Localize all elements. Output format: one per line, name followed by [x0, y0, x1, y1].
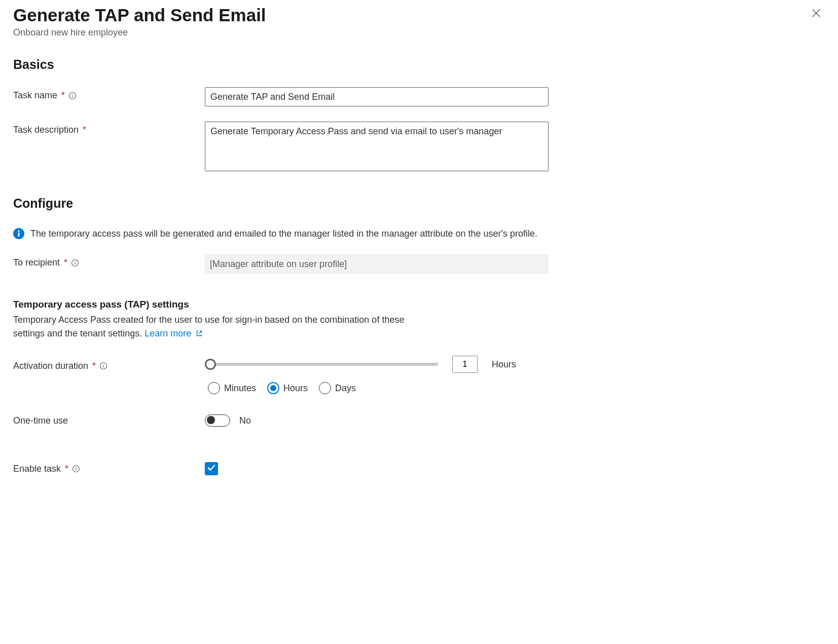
- learn-more-label: Learn more: [144, 328, 191, 338]
- tap-settings-helper: Temporary Access Pass created for the us…: [13, 313, 414, 340]
- page-title: Generate TAP and Send Email: [13, 5, 266, 25]
- activation-duration-unit-display: Hours: [492, 359, 516, 370]
- tap-settings-heading: Temporary access pass (TAP) settings: [13, 299, 825, 310]
- svg-point-15: [76, 467, 76, 467]
- one-time-use-toggle[interactable]: [205, 414, 230, 427]
- activation-duration-value-input[interactable]: [452, 356, 478, 373]
- close-icon: [811, 6, 822, 22]
- one-time-use-value: No: [239, 415, 251, 426]
- info-banner-text: The temporary access pass will be genera…: [30, 229, 537, 239]
- learn-more-link[interactable]: Learn more: [144, 328, 203, 338]
- duration-unit-radio-group: Minutes Hours Days: [205, 382, 356, 394]
- radio-hours-label: Hours: [283, 383, 308, 394]
- task-description-label: Task description *: [13, 122, 205, 135]
- tap-settings-helper-text: Temporary Access Pass created for the us…: [13, 315, 404, 338]
- svg-point-12: [103, 364, 103, 364]
- one-time-use-label: One-time use: [13, 415, 205, 426]
- required-asterisk: *: [64, 257, 67, 268]
- basics-heading: Basics: [13, 57, 825, 72]
- radio-minutes[interactable]: Minutes: [208, 382, 256, 394]
- required-asterisk: *: [61, 90, 65, 101]
- close-button[interactable]: [808, 5, 825, 23]
- configure-heading: Configure: [13, 196, 825, 211]
- page-subtitle: Onboard new hire employee: [13, 27, 266, 38]
- one-time-use-label-text: One-time use: [13, 415, 68, 426]
- radio-inner: [270, 385, 276, 391]
- to-recipient-label-text: To recipient: [13, 257, 60, 268]
- radio-minutes-label: Minutes: [224, 383, 256, 394]
- radio-days[interactable]: Days: [319, 382, 356, 394]
- info-banner: The temporary access pass will be genera…: [13, 228, 825, 239]
- svg-point-9: [75, 261, 75, 261]
- task-description-label-text: Task description: [13, 125, 79, 135]
- enable-task-label: Enable task *: [13, 464, 205, 474]
- slider-thumb[interactable]: [205, 359, 216, 370]
- radio-days-label: Days: [335, 383, 356, 394]
- required-asterisk: *: [83, 125, 86, 135]
- info-icon[interactable]: [71, 464, 81, 473]
- radio-hours[interactable]: Hours: [267, 382, 308, 394]
- to-recipient-readonly: [Manager attribute on user profile]: [205, 254, 549, 274]
- info-icon[interactable]: [68, 91, 77, 100]
- svg-point-6: [18, 231, 19, 232]
- to-recipient-label: To recipient *: [13, 254, 205, 268]
- external-link-icon: [194, 328, 203, 338]
- svg-point-3: [72, 94, 72, 94]
- info-icon[interactable]: [70, 258, 80, 268]
- task-description-input[interactable]: Generate Temporary Access Pass and send …: [205, 122, 549, 171]
- info-icon: [13, 228, 24, 239]
- svg-rect-7: [18, 233, 20, 237]
- checkmark-icon: [207, 463, 216, 475]
- enable-task-label-text: Enable task: [13, 464, 61, 474]
- required-asterisk: *: [65, 464, 68, 474]
- radio-outer: [267, 382, 279, 394]
- slider-track: [210, 363, 438, 366]
- info-icon[interactable]: [99, 361, 108, 370]
- toggle-knob: [207, 416, 215, 424]
- radio-outer: [319, 382, 331, 394]
- enable-task-checkbox[interactable]: [205, 462, 218, 475]
- activation-duration-slider[interactable]: [205, 359, 438, 370]
- activation-duration-label: Activation duration *: [13, 358, 205, 371]
- task-name-label: Task name *: [13, 87, 205, 101]
- activation-duration-label-text: Activation duration: [13, 361, 88, 371]
- required-asterisk: *: [92, 361, 96, 371]
- task-name-label-text: Task name: [13, 90, 57, 101]
- task-name-input[interactable]: [205, 87, 549, 106]
- radio-outer: [208, 382, 220, 394]
